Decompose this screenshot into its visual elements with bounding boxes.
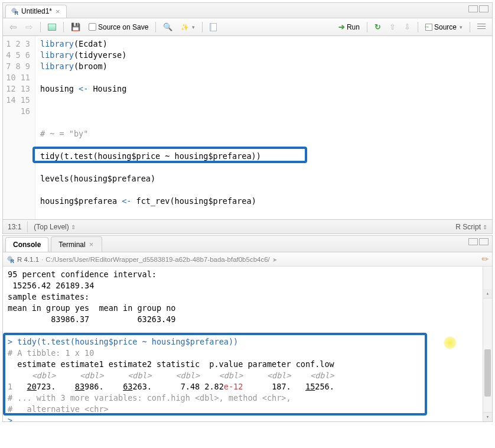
language-label: R Script (455, 223, 481, 231)
highlight-annotation (32, 147, 307, 163)
console-line: mean in group yes mean in group no (8, 303, 181, 313)
separator (63, 22, 64, 33)
console-line: 95 percent confidence interval: (8, 270, 157, 279)
editor-toolbar: Source on Save Run Source (3, 18, 492, 36)
rerun-button[interactable] (372, 21, 384, 33)
code-area[interactable]: library(Ecdat) library(tidyverse) librar… (35, 36, 492, 219)
separator (155, 22, 156, 33)
cursor-indicator (444, 336, 457, 349)
arrow-left-icon (9, 22, 17, 33)
source-icon (425, 24, 432, 31)
source-on-save-label: Source on Save (98, 23, 148, 31)
find-replace-button[interactable] (160, 21, 175, 33)
tab-console-label: Console (13, 241, 41, 249)
console-line: estimate estimate1 estimate2 statistic p… (8, 359, 334, 369)
console-input-line: tidy(t.test(housing$price ~ housing$pref… (17, 337, 238, 346)
r-logo-icon (6, 255, 15, 264)
cell: 2.82 (204, 382, 224, 391)
console-prompt[interactable]: > (8, 415, 12, 421)
source-on-save-toggle[interactable]: Source on Save (86, 21, 151, 33)
working-directory: C:/Users/User/REditorWrapper_d5583819-a6… (45, 256, 270, 263)
r-version: R 4.1.1 (17, 256, 39, 263)
checkbox-icon (89, 23, 96, 31)
cell: 83 (75, 382, 84, 391)
source-editor-pane: Untitled1* × Source on Save Run (2, 2, 493, 234)
close-icon[interactable]: × (88, 240, 95, 249)
run-label: Run (347, 23, 360, 31)
console-line: 83986.37 63263.49 (8, 314, 181, 324)
cell: 256. (315, 382, 334, 391)
new-window-icon (48, 24, 56, 31)
console-prompt: > (8, 337, 17, 346)
console-line: # A tibble: 1 x 10 (8, 348, 94, 358)
console-line: sample estimates: (8, 292, 89, 301)
clear-console-button[interactable] (481, 255, 489, 264)
maximize-pane-button[interactable] (479, 238, 489, 245)
code-tools-button[interactable] (178, 21, 198, 33)
source-button[interactable]: Source (422, 21, 465, 33)
chevron-up-icon (389, 22, 396, 31)
go-next-section-button[interactable] (401, 21, 413, 33)
console-output[interactable]: 95 percent confidence interval: 15256.42… (3, 267, 492, 421)
go-to-directory-icon[interactable] (272, 256, 277, 263)
console-pane: Console Terminal × R 4.1.1 · C:/Users/Us… (2, 235, 493, 422)
separator (27, 222, 28, 232)
notebook-icon (210, 23, 217, 31)
outline-icon (477, 24, 486, 31)
vertical-scrollbar[interactable]: ▴ ▾ (483, 267, 492, 421)
run-icon (338, 22, 345, 31)
separator (418, 22, 418, 33)
tab-terminal-label: Terminal (58, 241, 85, 249)
scroll-thumb[interactable] (484, 349, 491, 397)
console-line: # alternative <chr> (8, 404, 109, 414)
separator (367, 22, 367, 33)
editor-status-bar: 13:1 (Top Level) R Script (3, 219, 492, 233)
maximize-pane-button[interactable] (479, 5, 489, 12)
go-prev-section-button[interactable] (386, 21, 399, 33)
editor-tab-bar: Untitled1* × (3, 3, 492, 18)
console-line: 15256.42 26189.34 (8, 281, 94, 290)
cell: 723. (37, 382, 56, 391)
console-line: <dbl> <dbl> <dbl> <dbl> <dbl> <dbl> <dbl… (8, 371, 334, 380)
editor-tab-title: Untitled1* (21, 7, 52, 15)
cursor-position: 13:1 (8, 223, 21, 231)
scroll-up-button[interactable]: ▴ (483, 289, 492, 298)
rerun-icon (374, 22, 381, 31)
minimize-pane-button[interactable] (468, 5, 478, 12)
code-editor[interactable]: 1 2 3 4 5 6 7 8 9 10 11 12 13 14 15 16 l… (3, 36, 492, 219)
tab-terminal[interactable]: Terminal × (51, 236, 102, 252)
pane-window-controls (468, 5, 489, 12)
row-index: 1 (8, 382, 12, 391)
save-icon (71, 22, 80, 31)
chevron-down-icon (404, 22, 411, 31)
scope-selector[interactable]: (Top Level) (34, 223, 75, 231)
console-line: # ... with 3 more variables: conf.high <… (8, 393, 291, 402)
save-button[interactable] (68, 21, 83, 33)
cell: 7.48 (181, 382, 200, 391)
source-label: Source (434, 23, 457, 31)
console-info-bar: R 4.1.1 · C:/Users/User/REditorWrapper_d… (3, 252, 492, 267)
r-file-icon (11, 7, 19, 15)
close-icon[interactable]: × (54, 7, 61, 16)
show-in-new-window-button[interactable] (45, 22, 59, 33)
tab-console[interactable]: Console (5, 237, 48, 252)
wand-icon (181, 23, 189, 31)
editor-tab[interactable]: Untitled1* × (5, 5, 67, 18)
run-button[interactable]: Run (336, 21, 363, 33)
nav-back-button[interactable] (6, 20, 20, 34)
cell: e-12 (224, 382, 243, 391)
cell: 20 (27, 382, 37, 391)
language-selector[interactable]: R Script (455, 223, 487, 231)
minimize-pane-button[interactable] (468, 238, 478, 245)
separator (470, 22, 470, 33)
outline-button[interactable] (474, 22, 489, 33)
nav-forward-button[interactable] (22, 20, 36, 34)
separator (202, 22, 203, 33)
scroll-down-button[interactable]: ▾ (483, 412, 492, 421)
arrow-right-icon (25, 22, 33, 33)
cell: 15 (305, 382, 315, 391)
scope-label: (Top Level) (34, 223, 69, 231)
cell: 986. (84, 382, 104, 391)
cell: 263. (132, 382, 152, 391)
compile-report-button[interactable] (207, 21, 220, 33)
